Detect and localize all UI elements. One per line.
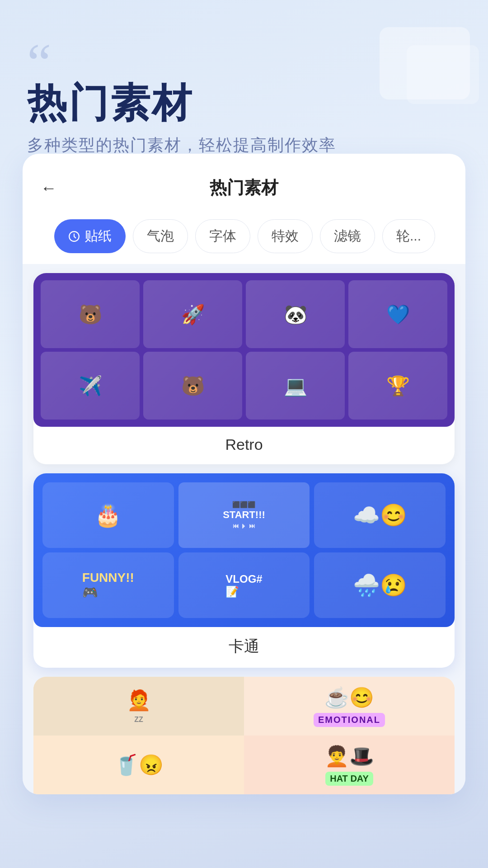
tab-effect[interactable]: 特效 — [258, 219, 313, 253]
cartoon-grid: 🎂 ⬛⬛⬛ START!!! ⏮ ⏵ ⏭ ☁️😊 FUNNY!!🎮 VLOG#📝… — [33, 473, 455, 627]
tab-sticker[interactable]: 贴纸 — [54, 219, 126, 253]
hero-subtitle: 多种类型的热门素材，轻松提高制作效率 — [27, 134, 461, 156]
cartoon-cell-5: VLOG#📝 — [178, 552, 310, 618]
tab-more[interactable]: 轮... — [382, 219, 435, 253]
hatday-badge: HAT DAY — [325, 772, 373, 786]
tab-bubble[interactable]: 气泡 — [133, 219, 188, 253]
retro-cell-8: 🏆 — [348, 352, 447, 420]
emotional-grid: 🧑‍🦰 ZZ ☕😊 EMOTIONAL 🥤😠 🧑‍🦱🎩 HAT DAY — [33, 677, 455, 794]
retro-cell-5: ✈️ — [41, 352, 140, 420]
retro-grid: 🐻 🚀 🐼 💙 ✈️ 🐻 💻 🏆 — [33, 273, 455, 427]
retro-image-area: 🐻 🚀 🐼 💙 ✈️ 🐻 💻 🏆 — [33, 273, 455, 427]
tab-filter[interactable]: 滤镜 — [320, 219, 375, 253]
emotional-cell-1: 🧑‍🦰 ZZ — [33, 677, 244, 736]
sticker-card-cartoon[interactable]: 🎂 ⬛⬛⬛ START!!! ⏮ ⏵ ⏭ ☁️😊 FUNNY!!🎮 VLOG#📝… — [33, 473, 455, 668]
tab-bar: 贴纸 气泡 字体 特效 滤镜 轮... — [41, 210, 447, 264]
emotional-cell-4: 🧑‍🦱🎩 HAT DAY — [244, 736, 455, 794]
retro-cell-7: 💻 — [246, 352, 345, 420]
tab-font-label: 字体 — [209, 228, 236, 243]
cartoon-image-area: 🎂 ⬛⬛⬛ START!!! ⏮ ⏵ ⏭ ☁️😊 FUNNY!!🎮 VLOG#📝… — [33, 473, 455, 627]
tab-effect-label: 特效 — [272, 228, 299, 243]
back-button[interactable]: ← — [41, 179, 57, 198]
cartoon-cell-6: 🌧️😢 — [314, 552, 446, 618]
app-card: ← 热门素材 贴纸 气泡 字体 特效 滤镜 — [23, 154, 465, 794]
tab-font[interactable]: 字体 — [195, 219, 250, 253]
cartoon-cell-2: ⬛⬛⬛ START!!! ⏮ ⏵ ⏭ — [178, 482, 310, 548]
cartoon-cell-1: 🎂 — [42, 482, 174, 548]
cartoon-cell-3: ☁️😊 — [314, 482, 446, 548]
emotional-badge: EMOTIONAL — [314, 713, 385, 727]
tab-sticker-label: 贴纸 — [84, 227, 112, 245]
retro-cell-4: 💙 — [348, 280, 447, 348]
retro-label: Retro — [33, 427, 455, 464]
quote-mark: “ — [27, 36, 461, 90]
retro-cell-3: 🐼 — [246, 280, 345, 348]
retro-cell-6: 🐻 — [143, 352, 242, 420]
cartoon-cell-4: FUNNY!!🎮 — [42, 552, 174, 618]
nav-title: 热门素材 — [210, 176, 278, 199]
content-area: 🐻 🚀 🐼 💙 ✈️ 🐻 💻 🏆 Retro 🎂 — [23, 273, 465, 794]
emotional-cell-3: 🥤😠 — [33, 736, 244, 794]
emotional-cell-2: ☕😊 EMOTIONAL — [244, 677, 455, 736]
clock-icon — [68, 231, 80, 242]
tab-filter-label: 滤镜 — [334, 228, 361, 243]
retro-cell-1: 🐻 — [41, 280, 140, 348]
retro-cell-2: 🚀 — [143, 280, 242, 348]
cartoon-label: 卡通 — [33, 627, 455, 668]
sticker-card-retro[interactable]: 🐻 🚀 🐼 💙 ✈️ 🐻 💻 🏆 Retro — [33, 273, 455, 464]
hero-section: “ 热门素材 多种类型的热门素材，轻松提高制作效率 — [0, 0, 488, 175]
sticker-card-emotional-partial[interactable]: 🧑‍🦰 ZZ ☕😊 EMOTIONAL 🥤😠 🧑‍🦱🎩 HAT DAY — [33, 677, 455, 794]
tab-more-label: 轮... — [396, 228, 421, 243]
tab-bubble-label: 气泡 — [147, 228, 174, 243]
